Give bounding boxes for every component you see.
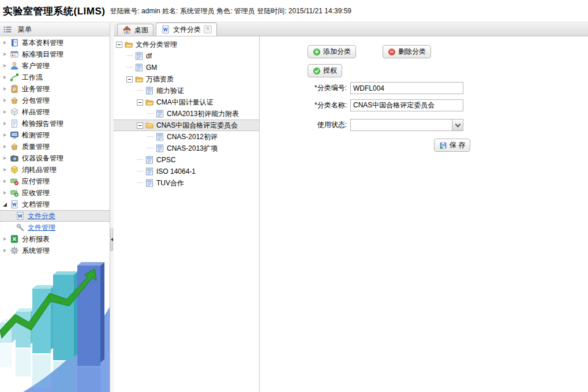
app-title: 实验室管理系统(LIMS) [3, 5, 105, 18]
tree-connector-line [147, 148, 153, 149]
sidebar-panel: 菜单 基本资料管理标准项目管理客户管理工作流业务管理分包管理样品管理检验报告管理… [0, 23, 110, 392]
expand-arrow-icon[interactable] [2, 178, 9, 185]
tree-node-label: df [146, 52, 152, 60]
expand-arrow-icon[interactable] [2, 121, 9, 127]
save-button[interactable]: 保 存 [434, 139, 470, 152]
tree-collapse-icon[interactable] [137, 122, 143, 129]
expand-arrow-icon[interactable] [2, 236, 9, 242]
sidebar-item-label: 应付管理 [22, 177, 50, 186]
expand-arrow-icon[interactable] [2, 132, 9, 139]
sidebar-item[interactable]: 工作流 [0, 72, 110, 83]
category-form-panel: 添加分类 删除分类 授权 *分类编号: *分类名称: [260, 36, 588, 392]
sidebar-item[interactable]: 分析报表 [0, 233, 110, 245]
sidebar-item[interactable]: 文件分类 [0, 210, 110, 222]
usage-status-label: 使用状态: [260, 120, 347, 130]
sidebar-item[interactable]: 分包管理 [0, 95, 110, 106]
add-category-button[interactable]: 添加分类 [308, 45, 356, 58]
doc-icon [145, 155, 154, 165]
sidebar-item[interactable]: 样品管理 [0, 106, 110, 118]
tree-node[interactable]: GM [114, 62, 259, 73]
tree-collapse-icon[interactable] [116, 42, 122, 48]
category-code-input[interactable] [350, 82, 463, 94]
sidebar-item[interactable]: 文档管理 [0, 199, 110, 210]
tree-node[interactable]: CNAS-2012初评 [114, 131, 259, 143]
tree-connector-line [137, 90, 143, 91]
category-name-input[interactable] [350, 99, 463, 111]
expand-arrow-icon[interactable] [2, 63, 9, 69]
expand-arrow-icon[interactable] [2, 40, 9, 46]
expand-arrow-icon[interactable] [2, 167, 9, 173]
tree-node[interactable]: 文件分类管理 [114, 39, 259, 50]
collapse-sidebar-handle[interactable] [110, 228, 113, 251]
gear-icon [10, 246, 19, 255]
expand-arrow-icon[interactable] [2, 109, 9, 115]
sidebar-item[interactable]: 客户管理 [0, 60, 110, 72]
button-label: 添加分类 [323, 47, 351, 57]
tree-collapse-icon[interactable] [126, 76, 133, 83]
save-icon [439, 141, 447, 150]
tree-node[interactable]: CMA2013初评能力附表 [114, 108, 259, 120]
sidebar-item-label: 客户管理 [22, 61, 50, 71]
remove-circle-icon [388, 48, 396, 56]
doc-icon [134, 51, 144, 61]
sidebar-item-label: 仪器设备管理 [22, 154, 63, 163]
tree-node[interactable]: df [114, 50, 259, 62]
sidebar-title: 菜单 [18, 25, 32, 35]
monitor-icon [10, 130, 19, 140]
sidebar-item[interactable]: 应收管理 [0, 187, 110, 199]
folder-open-icon [134, 74, 144, 84]
close-tab-icon[interactable]: × [204, 25, 212, 33]
tree-node-label: 万德资质 [146, 74, 174, 84]
authorize-button[interactable]: 授权 [308, 64, 342, 77]
tree-node[interactable]: 能力验证 [114, 85, 259, 96]
tree-node[interactable]: CNAS-2013扩项 [114, 143, 259, 154]
expand-arrow-icon[interactable] [2, 155, 9, 162]
excel-icon [10, 234, 19, 244]
sidebar-item-label: 文档管理 [22, 200, 50, 210]
sidebar-item-label: 分析报表 [22, 234, 50, 244]
delete-category-button[interactable]: 删除分类 [383, 45, 431, 58]
expand-arrow-icon[interactable] [2, 86, 9, 92]
sidebar-item[interactable]: 标准项目管理 [0, 48, 110, 60]
category-tree-panel: 文件分类管理dfGM万德资质能力验证CMA中国计量认证CMA2013初评能力附表… [114, 36, 260, 392]
tree-node[interactable]: CPSC [114, 154, 259, 166]
sidebar-item-label: 文件管理 [28, 223, 55, 233]
sidebar-item[interactable]: 系统管理 [0, 245, 110, 256]
dropdown-arrow-icon[interactable] [452, 120, 463, 130]
sidebar-item[interactable]: 检验报告管理 [0, 118, 110, 129]
collapse-arrow-icon[interactable] [2, 201, 9, 208]
folder-icon [145, 121, 154, 130]
sidebar-item[interactable]: 消耗品管理 [0, 164, 110, 176]
sidebar-item[interactable]: 质量管理 [0, 141, 110, 152]
expand-arrow-icon[interactable] [2, 190, 9, 196]
sidebar-item[interactable]: 基本资料管理 [0, 37, 110, 48]
book-icon [10, 38, 19, 47]
doc-icon [145, 178, 154, 188]
sidebar-item[interactable]: 文件管理 [0, 222, 110, 233]
wrench-icon [16, 223, 25, 232]
expand-arrow-icon[interactable] [2, 144, 9, 150]
tab-file-category[interactable]: 文件分类× [156, 23, 217, 36]
tree-node[interactable]: ISO 14064-1 [114, 166, 259, 177]
expand-arrow-icon[interactable] [2, 248, 9, 254]
tree-node[interactable]: CMA中国计量认证 [114, 96, 259, 108]
expand-arrow-icon[interactable] [2, 74, 9, 81]
usage-status-select[interactable] [350, 119, 463, 131]
main-panel: 桌面文件分类× 文件分类管理dfGM万德资质能力验证CMA中国计量认证CMA20… [114, 23, 588, 392]
expand-arrow-icon[interactable] [2, 51, 9, 58]
tree-node-label: ISO 14064-1 [156, 167, 196, 176]
tree-node[interactable]: CNAS中国合格评定委员会 [114, 120, 259, 131]
tree-collapse-icon[interactable] [137, 99, 143, 106]
expand-arrow-icon[interactable] [2, 98, 9, 104]
tree-node-label: TUV合作 [156, 178, 184, 188]
menu-list-icon [3, 25, 12, 34]
tree-node[interactable]: 万德资质 [114, 73, 259, 85]
sidebar-item[interactable]: 检测管理 [0, 129, 110, 141]
button-label: 授权 [323, 66, 337, 76]
sidebar-item[interactable]: 仪器设备管理 [0, 152, 110, 164]
sidebar-item[interactable]: 应付管理 [0, 176, 110, 187]
category-name-label: *分类名称: [260, 100, 347, 110]
sidebar-item[interactable]: 业务管理 [0, 83, 110, 95]
tree-node[interactable]: TUV合作 [114, 177, 259, 189]
tab-desktop[interactable]: 桌面 [117, 24, 153, 36]
